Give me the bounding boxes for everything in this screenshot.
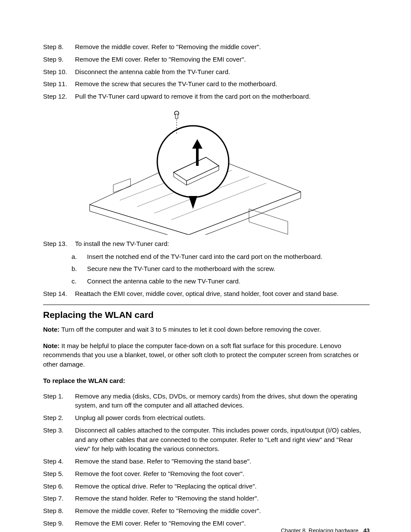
sub-step-label: a.: [43, 252, 87, 261]
svg-rect-8: [249, 209, 288, 234]
step-text: Disconnect all cables attached to the co…: [75, 426, 370, 454]
sub-steps: a. Insert the notched end of the TV-Tune…: [43, 252, 370, 286]
step-text: Remove the stand base. Refer to "Removin…: [75, 457, 370, 466]
step-row: Step 10. Disconnect the antenna cable fr…: [43, 67, 370, 77]
step-row: Step 14. Reattach the EMI cover, middle …: [43, 289, 370, 299]
step-text: Remove the middle cover. Refer to "Remov…: [75, 506, 370, 516]
note-label: Note:: [43, 326, 59, 333]
step-row: Step 9. Remove the EMI cover. Refer to "…: [43, 55, 370, 64]
step-label: Step 8.: [43, 506, 75, 516]
section-heading: Replacing the WLAN card: [43, 308, 370, 321]
step-text: Disconnect the antenna cable from the TV…: [75, 67, 370, 77]
step-text: Remove the optical drive. Refer to "Repl…: [75, 482, 370, 491]
step-row: Step 6. Remove the optical drive. Refer …: [43, 482, 370, 491]
step-row: Step 12. Pull the TV-Tuner card upward t…: [43, 92, 370, 101]
sub-step-label: b.: [43, 264, 87, 274]
sub-step-text: Secure new the TV-Tuner card to the moth…: [87, 264, 370, 274]
sub-step-text: Insert the notched end of the TV-Tuner c…: [87, 252, 370, 261]
document-page: Step 8. Remove the middle cover. Refer t…: [0, 0, 411, 532]
step-text: Remove the screw that secures the TV-Tun…: [75, 79, 370, 89]
note-text: Turn off the computer and wait 3 to 5 mi…: [59, 326, 321, 333]
sub-step-text: Connect the antenna cable to the new TV-…: [87, 277, 370, 286]
step-text: Unplug all power cords from electrical o…: [75, 413, 370, 423]
note-paragraph: Note: Turn off the computer and wait 3 t…: [43, 325, 370, 334]
svg-marker-2: [189, 192, 301, 235]
step-row: Step 13. To install the new TV-Tuner car…: [43, 239, 370, 249]
note-paragraph: Note: It may be helpful to place the com…: [43, 341, 370, 369]
step-label: Step 9.: [43, 55, 75, 64]
step-row: Step 7. Remove the stand holder. Refer t…: [43, 494, 370, 503]
note-label: Note:: [43, 342, 59, 349]
step-text: Remove any media (disks, CDs, DVDs, or m…: [75, 392, 370, 411]
page-footer: Chapter 8. Replacing hardware 43: [281, 527, 370, 532]
step-row: Step 1. Remove any media (disks, CDs, DV…: [43, 392, 370, 411]
note-text: It may be helpful to place the computer …: [43, 342, 359, 368]
step-label: Step 7.: [43, 494, 75, 503]
footer-page-number: 43: [364, 527, 370, 532]
tv-tuner-diagram: [77, 106, 314, 235]
sub-step-row: c. Connect the antenna cable to the new …: [43, 277, 370, 286]
step-row: Step 8. Remove the middle cover. Refer t…: [43, 42, 370, 52]
step-label: Step 1.: [43, 392, 75, 411]
svg-rect-7: [113, 178, 131, 193]
sub-step-row: a. Insert the notched end of the TV-Tune…: [43, 252, 370, 261]
svg-marker-1: [90, 205, 189, 235]
steps-block-b: Step 1. Remove any media (disks, CDs, DV…: [43, 392, 370, 528]
step-label: Step 13.: [43, 239, 75, 249]
step-label: Step 10.: [43, 67, 75, 77]
svg-rect-18: [175, 114, 178, 118]
step-text: Remove the middle cover. Refer to "Remov…: [75, 42, 370, 52]
step-label: Step 6.: [43, 482, 75, 491]
step-label: Step 12.: [43, 92, 75, 101]
step-label: Step 14.: [43, 289, 75, 299]
step-label: Step 4.: [43, 457, 75, 466]
svg-marker-10: [189, 196, 197, 209]
step-text: Remove the stand holder. Refer to "Remov…: [75, 494, 370, 503]
step-row: Step 2. Unplug all power cords from elec…: [43, 413, 370, 423]
step-row: Step 5. Remove the foot cover. Refer to …: [43, 469, 370, 479]
step-text: To install the new TV-Tuner card:: [75, 239, 370, 249]
svg-point-9: [157, 126, 229, 197]
steps-block-a: Step 8. Remove the middle cover. Refer t…: [43, 42, 370, 101]
step-text: Remove the foot cover. Refer to "Removin…: [75, 469, 370, 479]
step-label: Step 8.: [43, 42, 75, 52]
procedure-subheading: To replace the WLAN card:: [43, 376, 370, 386]
step-row: Step 11. Remove the screw that secures t…: [43, 79, 370, 89]
step-label: Step 2.: [43, 413, 75, 423]
step-row: Step 4. Remove the stand base. Refer to …: [43, 457, 370, 466]
footer-chapter: Chapter 8. Replacing hardware: [281, 527, 358, 532]
sub-step-row: b. Secure new the TV-Tuner card to the m…: [43, 264, 370, 274]
step-label: Step 11.: [43, 79, 75, 89]
step-label: Step 3.: [43, 426, 75, 454]
step-text: Pull the TV-Tuner card upward to remove …: [75, 92, 370, 101]
step-row: Step 8. Remove the middle cover. Refer t…: [43, 506, 370, 516]
sub-step-label: c.: [43, 277, 87, 286]
step-label: Step 5.: [43, 469, 75, 479]
step-label: Step 9.: [43, 519, 75, 528]
section-divider: [43, 305, 370, 305]
step-text: Remove the EMI cover. Refer to "Removing…: [75, 55, 370, 64]
step-row: Step 3. Disconnect all cables attached t…: [43, 426, 370, 454]
step-text: Reattach the EMI cover, middle cover, op…: [75, 289, 370, 299]
